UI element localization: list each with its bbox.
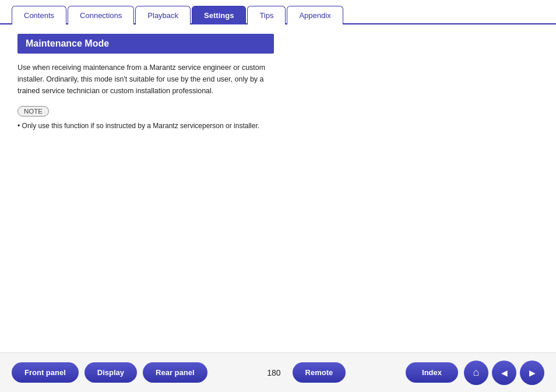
index-button[interactable]: Index xyxy=(406,362,458,383)
bottom-left: Front panel Display Rear panel xyxy=(12,362,207,383)
section-title: Maintenance Mode xyxy=(17,34,274,54)
left-arrow-icon xyxy=(501,366,508,379)
tab-tips[interactable]: Tips xyxy=(247,6,286,24)
tab-contents[interactable]: Contents xyxy=(12,6,66,24)
rear-panel-button[interactable]: Rear panel xyxy=(143,362,207,383)
right-arrow-icon xyxy=(529,366,536,379)
page-number: 180 xyxy=(267,368,280,377)
remote-button[interactable]: Remote xyxy=(293,362,346,383)
home-icon xyxy=(473,366,480,379)
navigation-tabs: Contents Connections Playback Settings T… xyxy=(0,0,556,24)
front-panel-button[interactable]: Front panel xyxy=(12,362,79,383)
note-text: Only use this function if so instructed … xyxy=(17,122,259,130)
main-content: Maintenance Mode Use when receiving main… xyxy=(0,24,291,139)
back-button[interactable] xyxy=(492,361,516,385)
tab-connections[interactable]: Connections xyxy=(68,6,134,24)
forward-button[interactable] xyxy=(520,361,544,385)
home-button[interactable] xyxy=(464,361,488,385)
bottom-center: 180 Remote xyxy=(267,362,346,383)
tab-playback[interactable]: Playback xyxy=(135,6,191,24)
body-text: Use when receiving maintenance from a Ma… xyxy=(17,62,274,97)
bottom-toolbar: Front panel Display Rear panel 180 Remot… xyxy=(0,352,556,392)
note-badge: NOTE xyxy=(17,106,49,116)
display-button[interactable]: Display xyxy=(85,362,137,383)
tab-appendix[interactable]: Appendix xyxy=(287,6,343,24)
tab-settings[interactable]: Settings xyxy=(192,6,246,24)
